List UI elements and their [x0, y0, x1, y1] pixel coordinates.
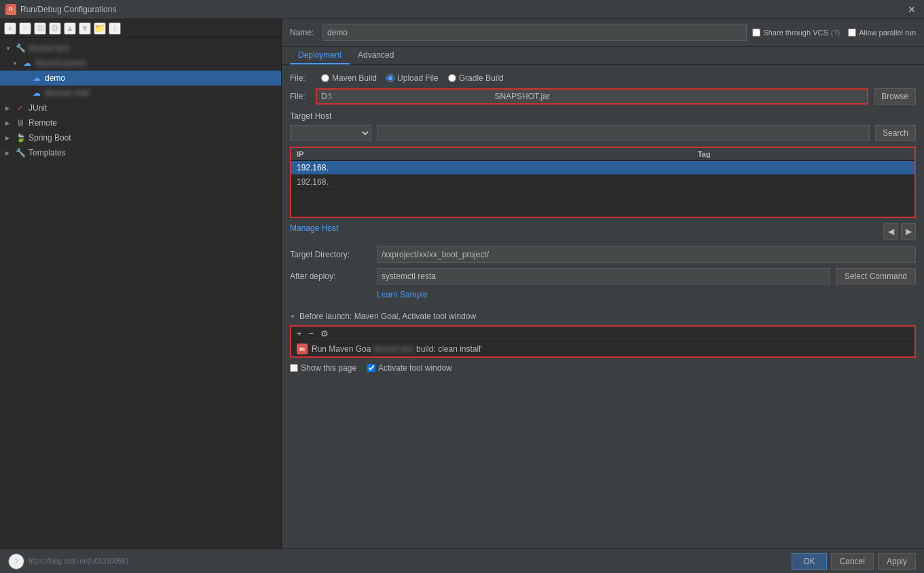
target-directory-input[interactable]: [377, 246, 916, 263]
show-this-page-option: Show this page: [290, 363, 356, 373]
upload-file-label: Upload File: [397, 73, 439, 83]
upload-file-option[interactable]: Upload File: [386, 73, 439, 83]
maven-build-label: Maven Build: [332, 73, 377, 83]
maven-goal-suffix: build: clean install': [416, 344, 482, 354]
main-layout: + − ⧉ ⚙ ▲ ▼ 📁 ↕ ▼ 🔧 blurred text ▼: [0, 19, 924, 549]
activate-tool-window-option: Activate tool window: [367, 363, 452, 373]
close-button[interactable]: ✕: [905, 4, 919, 15]
learn-sample-link[interactable]: Learn Sample: [377, 290, 428, 299]
sidebar-item-remote[interactable]: ▶ 🖥 Remote: [0, 115, 281, 130]
content-panel: Name: demo Share through VCS (?) Allow p…: [282, 19, 924, 549]
help-icon[interactable]: (?): [831, 29, 840, 37]
move-up-button[interactable]: ▲: [64, 22, 76, 35]
blurred-icon: ☁: [31, 88, 42, 98]
root-icon: 🔧: [15, 43, 26, 54]
help-button[interactable]: ?: [8, 553, 24, 570]
sidebar-item-parent[interactable]: ▼ ☁ blurred parent: [0, 56, 281, 71]
collapse-arrow[interactable]: ▼: [290, 314, 295, 320]
dialog-footer: ? https://blog.csdn.net/u013100581 OK Ca…: [0, 549, 924, 573]
tab-advanced[interactable]: Advanced: [350, 47, 402, 64]
show-this-page-checkbox[interactable]: [290, 364, 298, 372]
gradle-build-radio[interactable]: [448, 74, 456, 82]
sidebar-item-templates[interactable]: ▶ 🔧 Templates: [0, 145, 281, 160]
add-configuration-button[interactable]: +: [4, 22, 16, 35]
before-launch-toolbar: + − ⚙: [291, 327, 914, 341]
tree-arrow-remote: ▶: [5, 120, 12, 126]
share-area: Share through VCS (?) Allow parallel run: [752, 29, 916, 37]
sidebar-item-blurred[interactable]: ☁ blurred child: [0, 86, 281, 100]
app-icon-letter: R: [9, 6, 13, 12]
run-debug-configurations-dialog: R Run/Debug Configurations ✕ + − ⧉ ⚙ ▲ ▼…: [0, 0, 924, 573]
sidebar-item-parent-label: blurred parent: [35, 58, 86, 68]
cancel-button[interactable]: Cancel: [831, 553, 874, 570]
settings-button[interactable]: ⚙: [49, 22, 61, 35]
demo-icon: ☁: [31, 73, 42, 84]
target-directory-label: Target Directory:: [290, 250, 371, 259]
activate-tool-window-checkbox[interactable]: [367, 364, 375, 372]
browse-button[interactable]: Browse: [874, 88, 916, 105]
table-row: [291, 189, 914, 217]
ip-cell: 192.168.: [291, 161, 692, 175]
bl-remove-button[interactable]: −: [306, 328, 317, 339]
before-launch-table: + − ⚙ m Run Maven Goa blurred text build…: [290, 325, 916, 358]
remote-icon: 🖥: [15, 117, 26, 128]
remove-configuration-button[interactable]: −: [19, 22, 31, 35]
name-label: Name:: [290, 28, 317, 37]
name-input[interactable]: demo: [322, 24, 747, 41]
sidebar-item-demo[interactable]: ☁ demo: [0, 71, 281, 86]
after-deploy-input[interactable]: [377, 268, 830, 284]
allow-parallel-checkbox[interactable]: [848, 29, 856, 37]
sidebar-item-junit[interactable]: ▶ ✓ JUnit: [0, 100, 281, 115]
select-command-button[interactable]: Select Command: [836, 268, 916, 284]
show-this-page-label: Show this page: [301, 363, 356, 373]
file-label: File:: [290, 73, 310, 83]
bl-settings-button[interactable]: ⚙: [318, 328, 331, 339]
tree-arrow-spring-boot: ▶: [5, 135, 12, 141]
sidebar-item-root-label: blurred text: [29, 43, 69, 53]
manage-host-link[interactable]: Manage Host: [290, 223, 338, 233]
before-launch-item-maven[interactable]: m Run Maven Goa blurred text build: clea…: [291, 341, 914, 356]
tree-arrow-junit: ▶: [5, 105, 12, 111]
tree-arrow-parent: ▼: [12, 60, 19, 67]
apply-button[interactable]: Apply: [878, 553, 916, 570]
file-radio-group: Maven Build Upload File Gradle Build: [321, 73, 504, 83]
file-path-label: File:: [290, 92, 310, 101]
sidebar-item-root[interactable]: ▼ 🔧 blurred text: [0, 41, 281, 56]
tab-deployment[interactable]: Deployment: [290, 47, 350, 64]
tabs-row: Deployment Advanced: [282, 47, 924, 65]
before-launch-label: Before launch: Maven Goal, Activate tool…: [299, 312, 476, 321]
move-down-button[interactable]: ▼: [79, 22, 91, 35]
before-launch-section: ▼ Before launch: Maven Goal, Activate to…: [290, 312, 916, 358]
sort-button[interactable]: ↕: [109, 22, 121, 35]
sidebar-item-spring-boot[interactable]: ▶ 🍃 Spring Boot: [0, 130, 281, 145]
after-deploy-row: After deploy: Select Command: [290, 268, 916, 284]
file-path-input[interactable]: [316, 88, 868, 105]
folder-button[interactable]: 📁: [94, 22, 106, 35]
ip-table: IP Tag 192.168. 192.168.: [291, 148, 914, 217]
bl-add-button[interactable]: +: [294, 328, 305, 339]
dialog-title: Run/Debug Configurations: [20, 5, 116, 14]
nav-right-button[interactable]: ▶: [901, 223, 916, 240]
search-button[interactable]: Search: [875, 125, 916, 141]
allow-parallel-label: Allow parallel run: [859, 29, 916, 37]
url-label: https://blog.csdn.net/u013100581: [29, 557, 129, 565]
ok-button[interactable]: OK: [792, 553, 826, 570]
upload-file-radio[interactable]: [386, 74, 394, 82]
host-input[interactable]: [377, 125, 870, 141]
maven-build-radio[interactable]: [321, 74, 329, 82]
host-select[interactable]: [290, 125, 371, 141]
nav-left-button[interactable]: ◀: [883, 223, 898, 240]
gradle-build-option[interactable]: Gradle Build: [448, 73, 504, 83]
before-launch-header: ▼ Before launch: Maven Goal, Activate to…: [290, 312, 916, 321]
target-directory-row: Target Directory:: [290, 246, 916, 263]
copy-configuration-button[interactable]: ⧉: [34, 22, 46, 35]
table-row[interactable]: 192.168.: [291, 175, 914, 189]
table-row[interactable]: 192.168.: [291, 161, 914, 175]
tag-column-header: Tag: [692, 148, 914, 161]
ip-cell: 192.168.: [291, 175, 692, 189]
share-vcs-checkbox[interactable]: [752, 29, 760, 37]
maven-goal-blurred: blurred text: [373, 344, 416, 354]
maven-build-option[interactable]: Maven Build: [321, 73, 377, 83]
sidebar-item-templates-label: Templates: [29, 148, 66, 158]
after-deploy-label: After deploy:: [290, 272, 371, 281]
